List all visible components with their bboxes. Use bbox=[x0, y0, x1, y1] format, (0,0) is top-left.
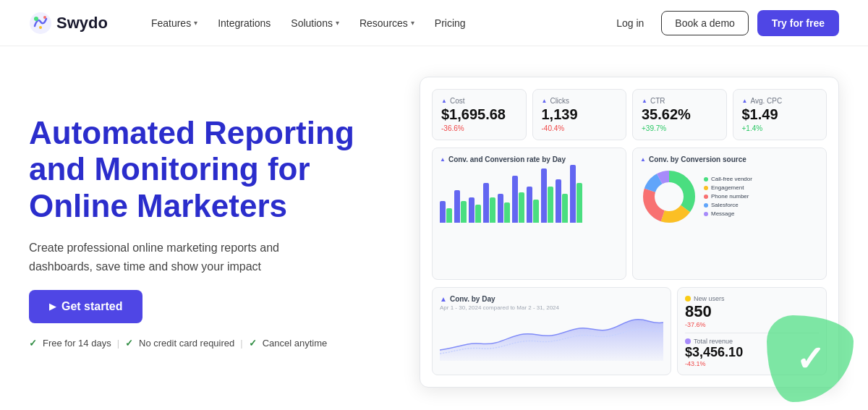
hero-subtitle: Create professional online marketing rep… bbox=[29, 239, 333, 276]
svg-point-3 bbox=[39, 26, 42, 29]
metric-clicks: ▲Clicks 1,139 -40.4% bbox=[532, 89, 627, 140]
chevron-down-icon: ▾ bbox=[194, 19, 197, 27]
logo-text: Swydo bbox=[56, 14, 108, 33]
nav-right: Log in Book a demo Try for free bbox=[608, 10, 839, 36]
check-icon: ✓ bbox=[249, 338, 257, 349]
area-chart bbox=[440, 314, 663, 361]
nav-features[interactable]: Features ▾ bbox=[142, 12, 206, 35]
separator: | bbox=[240, 338, 242, 349]
separator: | bbox=[117, 338, 119, 349]
play-icon: ▶ bbox=[49, 302, 56, 312]
metric-cost: ▲Cost $1,695.68 -36.6% bbox=[432, 89, 527, 140]
chevron-down-icon: ▾ bbox=[336, 19, 339, 27]
area-chart-card: ▲Conv. by Day Apr 1 - 30, 2024 compared … bbox=[432, 287, 671, 375]
logo[interactable]: Swydo bbox=[29, 12, 108, 35]
donut-legend: Call-free vendor Engagement Phone number… bbox=[704, 176, 752, 217]
green-check-blob: ✓ bbox=[767, 315, 854, 402]
checkmark-icon: ✓ bbox=[796, 338, 825, 379]
nav-resources[interactable]: Resources ▾ bbox=[351, 12, 423, 35]
dashboard-preview: ▲Cost $1,695.68 -36.6% ▲Clicks 1,139 -40… bbox=[420, 77, 839, 388]
badge-no-card: No credit card required bbox=[139, 338, 234, 349]
svg-point-2 bbox=[43, 16, 46, 19]
metric-cpc: ▲Avg. CPC $1.49 +1.4% bbox=[733, 89, 827, 140]
metric-ctr: ▲CTR 35.62% +39.7% bbox=[632, 89, 727, 140]
hero-section: Automated Reporting and Monitoring for O… bbox=[0, 46, 868, 410]
get-started-button[interactable]: ▶ Get started bbox=[29, 290, 142, 323]
book-demo-button[interactable]: Book a demo bbox=[661, 11, 749, 35]
hero-badges: ✓ Free for 14 days | ✓ No credit card re… bbox=[29, 338, 391, 349]
nav-integrations[interactable]: Integrations bbox=[209, 12, 279, 35]
hero-content: Automated Reporting and Monitoring for O… bbox=[29, 115, 391, 349]
check-icon: ✓ bbox=[125, 338, 133, 349]
bar-chart bbox=[440, 168, 618, 226]
check-icon: ✓ bbox=[29, 338, 37, 349]
charts-row: ▲Conv. and Conversion rate by Day bbox=[432, 148, 827, 280]
navigation: Swydo Features ▾ Integrations Solutions … bbox=[0, 0, 868, 46]
nav-links: Features ▾ Integrations Solutions ▾ Reso… bbox=[142, 12, 584, 35]
login-button[interactable]: Log in bbox=[608, 12, 652, 35]
nav-pricing[interactable]: Pricing bbox=[426, 12, 475, 35]
donut-chart-card: ▲Conv. by Conversion source bbox=[632, 148, 827, 280]
badge-cancel: Cancel anytime bbox=[263, 338, 328, 349]
hero-title: Automated Reporting and Monitoring for O… bbox=[29, 115, 391, 225]
metrics-row: ▲Cost $1,695.68 -36.6% ▲Clicks 1,139 -40… bbox=[432, 89, 827, 140]
bar-chart-card: ▲Conv. and Conversion rate by Day bbox=[432, 148, 626, 280]
chevron-down-icon: ▾ bbox=[411, 19, 414, 27]
nav-solutions[interactable]: Solutions ▾ bbox=[282, 12, 348, 35]
badge-free: Free for 14 days bbox=[43, 338, 111, 349]
try-for-free-button[interactable]: Try for free bbox=[757, 10, 839, 36]
svg-point-1 bbox=[34, 17, 38, 21]
svg-point-10 bbox=[656, 184, 682, 210]
donut-wrap: Call-free vendor Engagement Phone number… bbox=[640, 168, 819, 226]
